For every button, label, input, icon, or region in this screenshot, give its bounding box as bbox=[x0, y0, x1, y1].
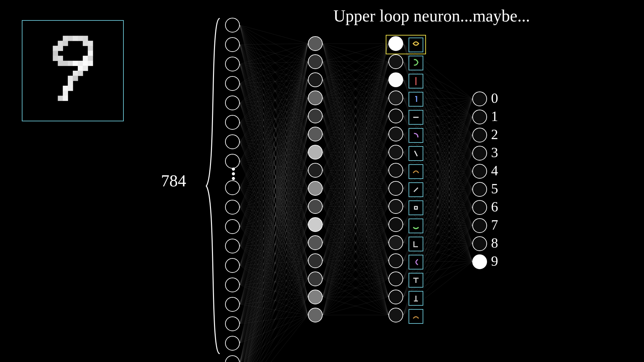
svg-line-279 bbox=[240, 170, 308, 362]
svg-rect-745 bbox=[53, 46, 58, 51]
svg-line-444 bbox=[323, 170, 388, 261]
svg-line-14 bbox=[240, 25, 308, 297]
svg-line-37 bbox=[240, 64, 308, 134]
svg-line-110 bbox=[240, 142, 308, 297]
svg-line-462 bbox=[323, 188, 388, 297]
svg-line-427 bbox=[323, 152, 388, 243]
svg-line-364 bbox=[323, 80, 388, 261]
svg-line-351 bbox=[323, 62, 388, 315]
svg-line-183 bbox=[240, 170, 308, 246]
svg-line-273 bbox=[240, 62, 308, 362]
svg-line-570 bbox=[323, 225, 388, 315]
svg-rect-761 bbox=[78, 66, 83, 71]
svg-line-179 bbox=[240, 98, 308, 246]
svg-line-449 bbox=[323, 62, 388, 188]
svg-line-413 bbox=[323, 134, 388, 279]
svg-rect-759 bbox=[83, 61, 88, 66]
svg-line-226 bbox=[240, 80, 308, 304]
feature-box-10 bbox=[409, 219, 423, 233]
input-neuron bbox=[225, 239, 240, 253]
input-neuron bbox=[225, 219, 240, 234]
svg-line-214 bbox=[240, 152, 308, 285]
svg-line-190 bbox=[240, 246, 308, 297]
output-label-4: 4 bbox=[491, 163, 498, 179]
svg-line-49 bbox=[240, 62, 308, 83]
svg-line-504 bbox=[323, 188, 388, 243]
svg-line-373 bbox=[323, 98, 388, 134]
svg-line-461 bbox=[323, 188, 388, 279]
svg-line-86 bbox=[240, 122, 308, 152]
svg-line-169 bbox=[240, 206, 308, 227]
svg-line-561 bbox=[323, 62, 388, 315]
svg-line-326 bbox=[323, 44, 388, 152]
svg-line-175 bbox=[240, 227, 308, 315]
svg-line-285 bbox=[240, 279, 308, 362]
svg-line-562 bbox=[323, 80, 388, 315]
svg-line-129 bbox=[240, 62, 308, 188]
svg-line-399 bbox=[323, 116, 388, 315]
svg-line-328 bbox=[323, 44, 388, 188]
svg-line-500 bbox=[323, 116, 388, 243]
svg-line-185 bbox=[240, 206, 308, 246]
svg-line-483 bbox=[323, 98, 388, 225]
svg-line-253 bbox=[240, 279, 308, 324]
svg-line-335 bbox=[323, 44, 388, 315]
svg-line-481 bbox=[323, 62, 388, 225]
svg-line-132 bbox=[240, 116, 308, 188]
svg-line-397 bbox=[323, 116, 388, 279]
hidden1-neuron bbox=[308, 253, 323, 268]
svg-line-9 bbox=[240, 25, 308, 206]
svg-line-547 bbox=[323, 98, 388, 297]
output-neuron bbox=[472, 110, 487, 124]
feature-box-1 bbox=[409, 56, 423, 70]
svg-line-511 bbox=[323, 243, 388, 315]
svg-line-267 bbox=[240, 243, 308, 343]
svg-line-95 bbox=[240, 122, 308, 315]
svg-line-400 bbox=[323, 44, 388, 134]
svg-line-159 bbox=[240, 207, 308, 315]
svg-line-63 bbox=[240, 83, 308, 315]
output-neuron bbox=[472, 218, 487, 233]
svg-line-147 bbox=[240, 98, 308, 207]
svg-line-194 bbox=[240, 80, 308, 265]
svg-line-215 bbox=[240, 170, 308, 285]
svg-line-134 bbox=[240, 152, 308, 188]
svg-line-228 bbox=[240, 116, 308, 304]
svg-line-288 bbox=[240, 44, 308, 362]
svg-line-223 bbox=[240, 285, 308, 315]
svg-line-549 bbox=[323, 134, 388, 297]
svg-line-13 bbox=[240, 25, 308, 279]
svg-line-209 bbox=[240, 62, 308, 285]
svg-line-316 bbox=[240, 261, 308, 362]
hidden1-neuron bbox=[308, 217, 323, 232]
svg-line-417 bbox=[323, 62, 388, 152]
svg-line-287 bbox=[240, 315, 308, 362]
svg-line-546 bbox=[323, 80, 388, 297]
svg-line-305 bbox=[240, 62, 308, 362]
svg-line-395 bbox=[323, 116, 388, 243]
svg-line-90 bbox=[240, 122, 308, 225]
hidden1-neuron bbox=[308, 36, 323, 51]
svg-line-489 bbox=[323, 206, 388, 225]
hidden2-neuron bbox=[388, 54, 403, 69]
svg-line-543 bbox=[323, 279, 388, 315]
hidden1-neuron bbox=[308, 272, 323, 286]
svg-rect-752 bbox=[83, 56, 88, 61]
input-neuron bbox=[225, 180, 240, 195]
svg-line-137 bbox=[240, 188, 308, 206]
svg-line-298 bbox=[240, 225, 308, 362]
svg-line-184 bbox=[240, 188, 308, 246]
svg-line-454 bbox=[323, 152, 388, 188]
svg-line-369 bbox=[323, 62, 388, 98]
output-label-7: 7 bbox=[491, 217, 498, 233]
svg-rect-746 bbox=[58, 46, 63, 51]
svg-line-503 bbox=[323, 170, 388, 243]
svg-rect-766 bbox=[73, 76, 78, 81]
svg-line-486 bbox=[323, 152, 388, 225]
input-neuron bbox=[225, 134, 240, 149]
svg-line-17 bbox=[240, 45, 308, 62]
svg-line-67 bbox=[240, 98, 308, 103]
svg-rect-772 bbox=[63, 96, 68, 101]
svg-line-428 bbox=[323, 152, 388, 261]
output-neuron bbox=[472, 182, 487, 197]
